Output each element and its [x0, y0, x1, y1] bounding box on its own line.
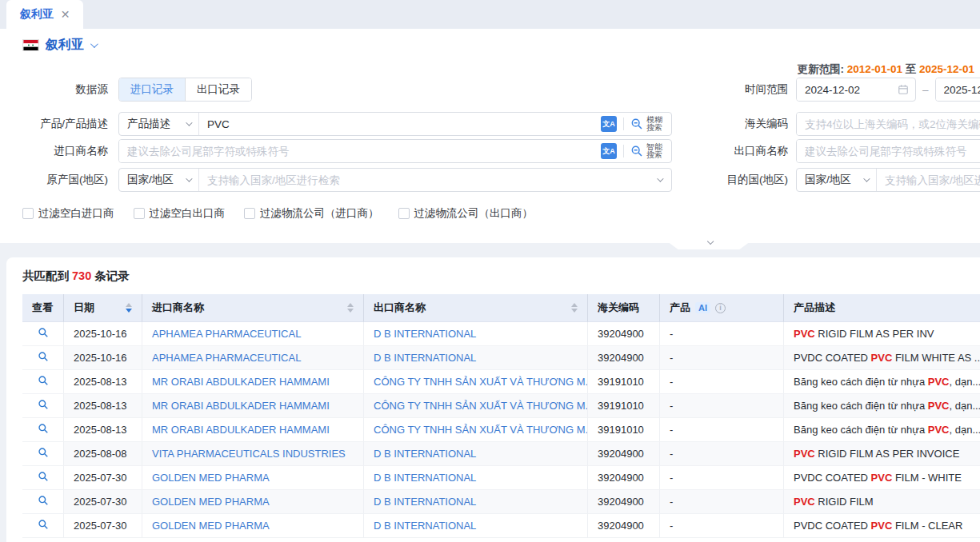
exporter-link[interactable]: CÔNG TY TNHH SẢN XUẤT VÀ THƯƠNG M... — [374, 424, 588, 436]
product-description-cell: PVC RIGID FILM AS PER INVOICE — [784, 442, 980, 466]
view-search-icon — [38, 447, 49, 458]
translate-icon[interactable]: 文A — [601, 116, 617, 132]
calendar-icon[interactable] — [898, 84, 909, 95]
hs-code-field[interactable] — [796, 112, 980, 136]
search-icon — [630, 145, 643, 157]
exporter-link[interactable]: D B INTERNATIONAL — [374, 520, 476, 532]
info-icon[interactable]: i — [715, 303, 726, 313]
column-header-view: 查看 — [22, 294, 64, 322]
destination-select[interactable]: 国家/地区 — [797, 169, 877, 191]
import-records-tab[interactable]: 进口记录 — [119, 78, 185, 101]
exporter-cell: D B INTERNATIONAL — [364, 490, 588, 514]
sort-asc-icon[interactable] — [347, 303, 354, 307]
fuzzy-search-button[interactable]: 模糊搜索 — [624, 116, 671, 132]
destination-input[interactable] — [877, 169, 980, 191]
sort-control[interactable] — [571, 303, 578, 313]
exporter-cell: D B INTERNATIONAL — [364, 442, 588, 466]
sort-control[interactable] — [347, 303, 354, 313]
exporter-link[interactable]: D B INTERNATIONAL — [374, 496, 476, 508]
exporter-input[interactable] — [797, 140, 980, 162]
exporter-link[interactable]: CÔNG TY TNHH SẢN XUẤT VÀ THƯƠNG M... — [374, 376, 588, 388]
country-selector[interactable]: 叙利亚 — [22, 37, 96, 54]
origin-country-select[interactable]: 国家/地区 — [119, 169, 199, 191]
product-input[interactable] — [199, 113, 598, 135]
filter-checkbox[interactable]: 过滤空白进口商 — [22, 206, 114, 221]
smart-search-button[interactable]: 智能搜索 — [624, 143, 671, 159]
tab-syria[interactable]: 叙利亚 ✕ — [6, 0, 83, 29]
view-record-button[interactable] — [22, 322, 64, 346]
view-record-button[interactable] — [22, 394, 64, 418]
importer-link[interactable]: GOLDEN MED PHARMA — [152, 496, 270, 508]
table-row: 2025-07-30GOLDEN MED PHARMAD B INTERNATI… — [22, 466, 980, 490]
date-end-input[interactable] — [936, 78, 980, 101]
checkbox-icon[interactable] — [22, 208, 34, 219]
exporter-link[interactable]: CÔNG TY TNHH SẢN XUẤT VÀ THƯƠNG M... — [374, 400, 588, 412]
importer-link[interactable]: GOLDEN MED PHARMA — [152, 520, 270, 532]
filter-checkbox[interactable]: 过滤空白出口商 — [134, 206, 226, 221]
view-record-button[interactable] — [22, 418, 64, 442]
importer-link[interactable]: APHAMEA PHARMACEUTICAL — [152, 328, 301, 340]
checkbox-icon[interactable] — [134, 208, 145, 219]
product-cell: - — [660, 442, 784, 466]
translate-icon[interactable]: 文A — [601, 143, 617, 159]
exporter-link[interactable]: D B INTERNATIONAL — [374, 448, 476, 460]
exporter-link[interactable]: D B INTERNATIONAL — [374, 472, 476, 484]
time-range-label: 时间范围 — [716, 78, 788, 102]
importer-link[interactable]: APHAMEA PHARMACEUTICAL — [152, 352, 301, 364]
view-search-icon — [38, 327, 49, 338]
filter-checkbox[interactable]: 过滤物流公司（进口商） — [244, 206, 379, 221]
hs-code-cell: 39204900 — [588, 514, 660, 538]
importer-link[interactable]: MR ORABI ABDULKADER HAMMAMI — [152, 376, 330, 388]
column-header-importer[interactable]: 进口商名称 — [142, 294, 364, 322]
view-record-button[interactable] — [22, 466, 64, 490]
importer-link[interactable]: MR ORABI ABDULKADER HAMMAMI — [152, 400, 330, 412]
importer-link[interactable]: GOLDEN MED PHARMA — [152, 472, 270, 484]
highlight-term: PVC — [928, 400, 950, 412]
highlight-term: PVC — [928, 376, 950, 388]
date-start-input[interactable] — [797, 78, 898, 101]
sort-desc-icon[interactable] — [126, 309, 132, 313]
exporter-link[interactable]: D B INTERNATIONAL — [374, 352, 476, 364]
product-type-select[interactable]: 产品描述 — [119, 113, 199, 135]
date-end-field[interactable] — [935, 78, 980, 102]
importer-link[interactable]: VITA PHARMACEUTICALS INDUSTRIES — [152, 448, 346, 460]
highlight-term: PVC — [794, 496, 815, 508]
collapse-panel-button[interactable] — [661, 237, 757, 249]
highlight-term: PVC — [871, 352, 893, 364]
column-header-date[interactable]: 日期 — [64, 294, 142, 322]
sort-control[interactable] — [126, 303, 132, 313]
exporter-link[interactable]: D B INTERNATIONAL — [374, 328, 476, 340]
date-cell: 2025-08-13 — [64, 394, 142, 418]
date-cell: 2025-07-30 — [64, 514, 142, 538]
sort-desc-icon[interactable] — [347, 309, 354, 313]
view-record-button[interactable] — [22, 490, 64, 514]
chevron-down-icon — [707, 238, 714, 245]
checkbox-icon[interactable] — [244, 208, 255, 219]
view-search-icon — [38, 495, 49, 506]
hs-code-cell: 39191010 — [588, 370, 660, 394]
sort-desc-icon[interactable] — [571, 309, 578, 313]
origin-country-input[interactable] — [199, 169, 657, 191]
view-record-button[interactable] — [22, 514, 64, 538]
filter-checkbox[interactable]: 过滤物流公司（出口商） — [398, 206, 534, 221]
results-count: 730 — [69, 269, 94, 282]
view-record-button[interactable] — [22, 370, 64, 394]
date-cell: 2025-08-13 — [64, 370, 142, 394]
column-header-exporter[interactable]: 出口商名称 — [364, 294, 588, 322]
hs-code-input[interactable] — [797, 113, 980, 135]
results-card: 共匹配到730条记录 查看日期进口商名称出口商名称海关编码产品AIi产品描述 2… — [6, 257, 980, 542]
view-record-button[interactable] — [22, 346, 64, 370]
view-record-button[interactable] — [22, 442, 64, 466]
date-start-field[interactable] — [796, 78, 916, 102]
checkbox-icon[interactable] — [398, 208, 410, 219]
close-icon[interactable]: ✕ — [61, 9, 70, 20]
export-records-tab[interactable]: 出口记录 — [185, 78, 251, 101]
highlight-term: PVC — [794, 328, 815, 340]
date-cell: 2025-07-30 — [64, 490, 142, 514]
importer-cell: MR ORABI ABDULKADER HAMMAMI — [142, 370, 364, 394]
sort-asc-icon[interactable] — [571, 303, 578, 307]
exporter-field[interactable] — [796, 139, 980, 163]
sort-asc-icon[interactable] — [126, 303, 132, 307]
importer-input[interactable] — [119, 140, 598, 162]
importer-link[interactable]: MR ORABI ABDULKADER HAMMAMI — [152, 424, 330, 436]
